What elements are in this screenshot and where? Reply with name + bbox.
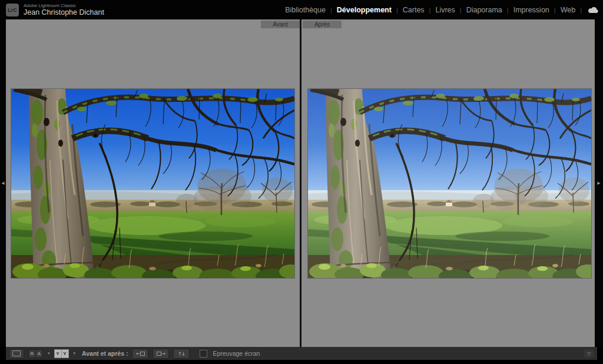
cloud-sync-icon[interactable] (588, 6, 598, 14)
top-bar: LrC Adobe Lightroom Classic Jean Christo… (0, 0, 603, 19)
copy-right-icon (156, 351, 166, 356)
nav-separator: | (456, 6, 465, 14)
before-after-view-button[interactable]: Y Y (54, 349, 69, 358)
toolbar-options-chevron[interactable]: ▽ (584, 349, 594, 358)
tab-livres[interactable]: Livres (434, 6, 456, 14)
tab-developpement[interactable]: Développement (336, 6, 393, 14)
before-after-y1: Y (54, 349, 62, 358)
identity-plate: LrC Adobe Lightroom Classic Jean Christo… (6, 3, 104, 16)
swap-icon (177, 351, 187, 356)
nav-separator: | (327, 6, 336, 14)
loupe-view-button[interactable] (9, 349, 24, 359)
reference-view-r: R (28, 349, 36, 358)
tab-cartes[interactable]: Cartes (402, 6, 426, 14)
tab-web[interactable]: Web (559, 6, 577, 14)
before-after-caret-icon[interactable]: ▾ (74, 351, 76, 356)
soft-proofing-label: Epreuvage écran (213, 350, 260, 357)
left-panel-collapse[interactable]: ◀ (0, 19, 6, 347)
before-after-label: Avant et après : (82, 350, 128, 357)
swap-before-after-button[interactable] (173, 349, 190, 359)
module-nav: Bibliothèque | Développement | Cartes | … (284, 0, 598, 19)
before-pane-label: Avant (261, 21, 300, 28)
before-after-y2: Y (62, 349, 69, 358)
nav-separator: | (503, 6, 512, 14)
reference-view-caret-icon[interactable]: ▾ (48, 351, 50, 356)
collapse-left-icon: ◀ (1, 181, 4, 186)
nav-separator: | (426, 6, 435, 14)
user-name: Jean Christophe Dichant (24, 8, 104, 16)
loupe-view-icon (12, 350, 21, 356)
chevron-down-icon: ▽ (587, 351, 591, 356)
reference-view-a: A (36, 349, 43, 358)
before-photo[interactable] (11, 89, 294, 278)
lightroom-window: LrC Adobe Lightroom Classic Jean Christo… (0, 0, 603, 364)
copy-after-to-before-button[interactable] (132, 349, 148, 359)
copy-before-to-after-button[interactable] (153, 349, 169, 359)
tab-diaporama[interactable]: Diaporama (465, 6, 503, 14)
right-panel-collapse[interactable]: ▶ (595, 19, 603, 347)
app-name: Adobe Lightroom Classic (24, 3, 104, 8)
develop-toolbar: R A ▾ Y Y ▾ Avant et après : (6, 347, 597, 360)
collapse-right-icon: ▶ (597, 181, 600, 186)
compare-view-area: ◀ ▶ Avant Après (0, 19, 603, 347)
tab-impression[interactable]: Impression (512, 6, 551, 14)
nav-separator: | (551, 6, 559, 14)
reference-view-button[interactable]: R A (28, 349, 43, 358)
soft-proofing-checkbox[interactable] (200, 350, 207, 358)
pane-divider (300, 19, 302, 347)
lightroom-logo-icon: LrC (6, 4, 19, 16)
nav-separator: | (577, 6, 585, 14)
after-pane-label: Après (303, 21, 342, 28)
tab-bibliotheque[interactable]: Bibliothèque (284, 6, 327, 14)
nav-separator: | (393, 6, 402, 14)
after-photo[interactable] (308, 89, 591, 278)
copy-left-icon (135, 351, 145, 356)
